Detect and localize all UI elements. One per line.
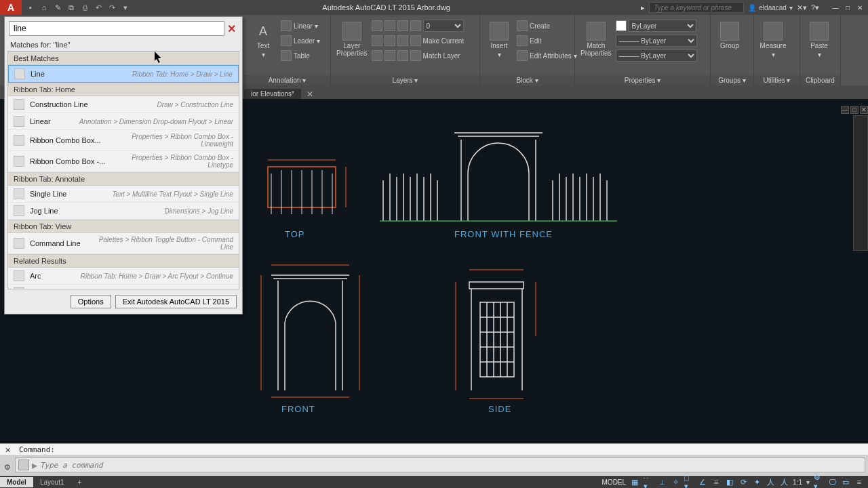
anno2-icon[interactable]: 人 (766, 477, 775, 487)
open-icon[interactable]: ⌂ (38, 1, 50, 14)
cmdline-config-icon[interactable]: ⚙ (3, 462, 12, 472)
paste-button[interactable]: Paste▾ (804, 19, 834, 61)
make-current-button[interactable]: Make Current (423, 37, 465, 45)
match-layer-button[interactable]: Match Layer (423, 52, 460, 60)
maximize-button[interactable]: □ (842, 3, 853, 12)
customize-icon[interactable]: ≡ (854, 477, 864, 487)
layer-state-icon[interactable] (372, 20, 382, 31)
linear-button[interactable]: Linear ▾ (281, 19, 320, 33)
qat-dropdown-icon[interactable]: ▾ (119, 1, 132, 14)
table-button[interactable]: Table (281, 49, 320, 62)
saveas-icon[interactable]: ⧉ (65, 1, 77, 14)
linear-icon (281, 20, 292, 31)
exchange-icon[interactable]: ✕▾ (797, 3, 807, 12)
layer-thaw-icon[interactable] (397, 35, 408, 46)
anno3-icon[interactable]: 人 (779, 477, 789, 487)
layer-combo[interactable]: 0 (423, 20, 464, 32)
result-single-line[interactable]: Single LineText > Multiline Text Flyout … (8, 186, 239, 203)
osnap-icon[interactable]: □ ▾ (684, 477, 694, 487)
transparency-icon[interactable]: ◧ (725, 477, 734, 487)
save-icon[interactable]: ✎ (52, 1, 64, 14)
close-button[interactable]: ✕ (854, 3, 865, 12)
ortho-icon[interactable]: ⟂ (657, 477, 667, 487)
model-tab[interactable]: Model (0, 477, 33, 487)
clean-icon[interactable]: ▭ (841, 477, 850, 487)
lineweight-icon[interactable]: ≡ (711, 477, 721, 487)
group-button[interactable]: Group (715, 19, 745, 52)
layer-iso-icon[interactable] (372, 35, 382, 46)
layer-on-icon[interactable] (372, 50, 382, 61)
view-minimize-button[interactable]: — (841, 106, 849, 114)
result-combo-lineweight[interactable]: Ribbon Combo Box...Properties > Ribbon C… (8, 130, 239, 151)
anno-scale[interactable]: 1:1 (793, 479, 802, 486)
user-icon: 👤 (748, 4, 756, 12)
result-command-line[interactable]: Command LinePalettes > Ribbon Toggle But… (8, 233, 239, 254)
insert-button[interactable]: Insert▾ (484, 19, 514, 61)
result-construction-line[interactable]: Construction LineDraw > Construction Lin… (8, 96, 239, 113)
title-bar: ▪ ⌂ ✎ ⧉ ⎙ ↶ ↷ ▾ Autodesk AutoCAD LT 2015… (0, 0, 868, 15)
status-model-label[interactable]: MODEL (602, 479, 627, 486)
leader-icon (281, 35, 292, 46)
otrack-icon[interactable]: ∠ (698, 477, 707, 487)
command-input[interactable] (40, 461, 862, 470)
help-icon[interactable]: ?▾ (811, 3, 819, 12)
exit-button[interactable]: Exit Autodesk AutoCAD LT 2015 (115, 295, 237, 308)
linetype-combo[interactable]: ——— ByLayer (616, 49, 697, 62)
lineweight-combo[interactable]: ——— ByLayer (616, 35, 697, 47)
result-linear[interactable]: LinearAnnotation > Dimension Drop-down F… (8, 113, 239, 130)
color-combo[interactable]: ByLayer (629, 20, 696, 32)
view-close-button[interactable]: ✕ (860, 106, 868, 114)
results-list[interactable]: Best Matches Line Ribbon Tab: Home > Dra… (7, 51, 239, 289)
popup-search-input[interactable] (9, 21, 224, 36)
measure-button[interactable]: Measure▾ (758, 19, 788, 61)
leader-button[interactable]: Leader ▾ (281, 34, 320, 47)
panel-block: Insert▾ Create Edit Edit Attributes ▾ Bl… (480, 15, 575, 85)
layer-walk-icon[interactable] (397, 50, 408, 61)
result-ray[interactable]: RayRibbon Tab: Home > Draw > Ray (8, 285, 239, 289)
label-front-fence: FRONT WITH FENCE (454, 229, 553, 239)
result-jog-line[interactable]: Jog LineDimensions > Jog Line (8, 203, 239, 220)
app-menu-button[interactable] (0, 0, 22, 15)
result-combo-linetype[interactable]: Ribbon Combo Box -...Properties > Ribbon… (8, 151, 239, 172)
add-document-button[interactable]: ✕ (302, 89, 317, 99)
match-properties-button[interactable]: Match Properties (579, 19, 613, 60)
insert-icon (490, 22, 509, 41)
result-arc[interactable]: ArcRibbon Tab: Home > Draw > Arc Flyout … (8, 268, 239, 285)
view-maximize-button[interactable]: □ (850, 106, 859, 114)
create-block-button[interactable]: Create (517, 19, 577, 33)
cmdline-close-icon[interactable]: ✕ (3, 445, 12, 455)
layout-tab[interactable]: Layout1 (33, 477, 71, 487)
monitor-icon[interactable]: 🖵 (827, 477, 837, 487)
options-button[interactable]: Options (71, 295, 111, 308)
color-swatch-icon[interactable] (616, 20, 627, 31)
cycling-icon[interactable]: ⟳ (738, 477, 748, 487)
signin-area[interactable]: 👤 eldaacad ▾ (748, 4, 793, 12)
result-line[interactable]: Line Ribbon Tab: Home > Draw > Line (8, 65, 239, 83)
snap-icon[interactable]: ∷ ▾ (644, 477, 653, 487)
anno-icon[interactable]: ✦ (752, 477, 762, 487)
layer-properties-button[interactable]: Layer Properties (335, 19, 369, 60)
print-icon[interactable]: ⎙ (79, 1, 91, 14)
document-tab[interactable]: ior Elevations* (244, 89, 301, 99)
polar-icon[interactable]: ✧ (671, 477, 680, 487)
layer-properties-icon (342, 22, 361, 41)
add-layout-button[interactable]: + (71, 477, 88, 487)
layer-uniso-icon[interactable] (384, 35, 395, 46)
text-button[interactable]: AText▾ (248, 19, 278, 61)
edit-block-button[interactable]: Edit (517, 34, 577, 47)
infocenter-search-input[interactable] (649, 2, 744, 13)
layer-lock-icon[interactable] (410, 20, 421, 31)
layer-prev-icon[interactable] (384, 50, 395, 61)
edit-attributes-button[interactable]: Edit Attributes ▾ (517, 49, 577, 62)
grid-icon[interactable]: ▦ (630, 477, 639, 487)
undo-icon[interactable]: ↶ (92, 1, 104, 14)
redo-icon[interactable]: ↷ (106, 1, 118, 14)
new-icon[interactable]: ▪ (24, 1, 37, 14)
popup-clear-button[interactable]: ✕ (224, 21, 238, 36)
workspace-icon[interactable]: ⚙ ▾ (814, 477, 823, 487)
minimize-button[interactable]: — (830, 3, 841, 12)
layer-freeze-icon[interactable] (397, 20, 408, 31)
layer-off-icon[interactable] (384, 20, 395, 31)
navigation-bar[interactable] (853, 115, 868, 251)
command-prompt-icon[interactable] (18, 460, 29, 470)
